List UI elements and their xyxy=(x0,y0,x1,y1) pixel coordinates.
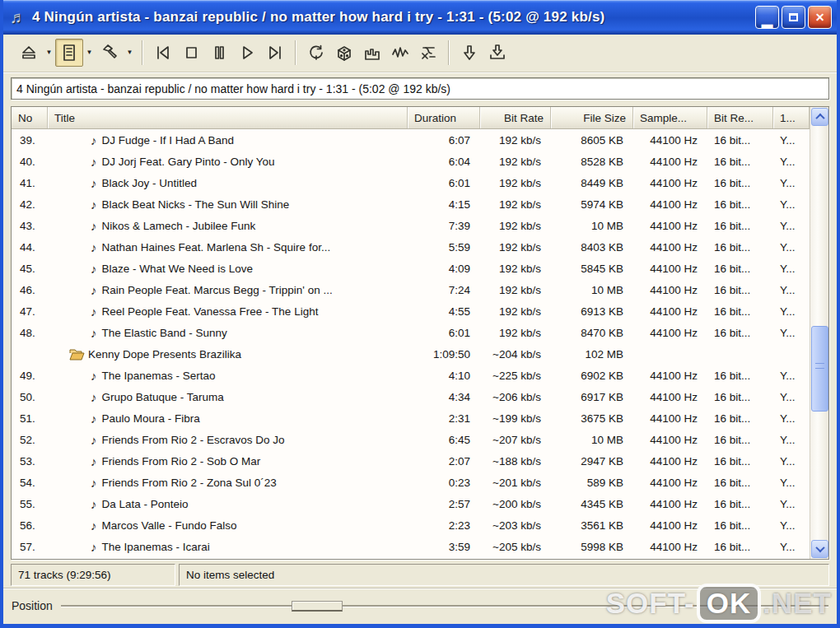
cell-title: ♪Black Beat Nicks - The Sun Will Shine xyxy=(48,198,408,212)
playlist-header: NoTitleDurationBit RateFile SizeSample..… xyxy=(12,107,810,129)
cell-number: 51. xyxy=(12,412,48,425)
playlist-track-row[interactable]: 57.♪The Ipanemas - Icarai3:59~205 kb/s59… xyxy=(12,536,810,557)
playlist-table: NoTitleDurationBit RateFile SizeSample..… xyxy=(11,106,829,560)
cell-filesize: 5845 KB xyxy=(551,263,633,275)
next-track-button[interactable] xyxy=(261,39,289,67)
cell-number: 54. xyxy=(12,477,48,489)
close-button[interactable]: ✕ xyxy=(808,6,832,29)
cell-bitdepth: 16 bit... xyxy=(707,220,773,232)
cell-filesize: 3675 KB xyxy=(551,412,633,425)
scroll-down-button[interactable] xyxy=(811,540,828,558)
playlist-track-row[interactable]: 43.♪Nikos & Lamech - Jubilee Funk7:39192… xyxy=(12,215,810,236)
music-note-icon: ♪ xyxy=(91,219,97,233)
cell-filesize: 5974 KB xyxy=(551,198,633,211)
tools-button[interactable] xyxy=(96,39,124,67)
cell-number: 57. xyxy=(12,541,48,553)
chevron-down-icon: ▼ xyxy=(46,49,53,56)
column-header-file-size[interactable]: File Size xyxy=(551,107,633,128)
playlist-track-row[interactable]: 55.♪Da Lata - Ponteio2:57~200 kb/s4345 K… xyxy=(12,493,810,514)
cell-number: 50. xyxy=(12,391,48,403)
cell-filesize: 8403 KB xyxy=(551,241,633,254)
now-playing-field[interactable] xyxy=(11,77,829,100)
track-title-text: Paulo Moura - Fibra xyxy=(102,412,200,425)
playlist-track-row[interactable]: 45.♪Blaze - What We Need is Love4:09192 … xyxy=(12,258,810,279)
playlist-track-row[interactable]: 39.♪DJ Fudge - If I Had A Band6:07192 kb… xyxy=(12,129,810,151)
save-arrow-icon xyxy=(488,43,507,63)
playlist-track-row[interactable]: 51.♪Paulo Moura - Fibra2:31~199 kb/s3675… xyxy=(12,407,810,429)
pause-button[interactable] xyxy=(205,39,233,67)
tools-dropdown[interactable]: ▼ xyxy=(124,39,136,67)
cell-duration: 2:31 xyxy=(408,412,480,425)
column-header-1-[interactable]: 1... xyxy=(773,107,810,128)
column-header-bit-re-[interactable]: Bit Re... xyxy=(707,107,773,128)
minimize-icon: ▬ xyxy=(762,22,773,26)
cell-extra: Y... xyxy=(773,263,810,275)
position-slider[interactable] xyxy=(61,599,828,612)
slider-thumb[interactable] xyxy=(292,601,343,612)
cell-duration: 3:59 xyxy=(408,541,480,553)
cell-samplerate: 44100 Hz xyxy=(633,198,707,211)
music-note-icon: ♪ xyxy=(91,326,97,340)
column-header-title[interactable]: Title xyxy=(48,107,408,128)
cell-bitdepth: 16 bit... xyxy=(707,541,773,553)
playlist-track-row[interactable]: 54.♪Friends From Rio 2 - Zona Sul 0´230:… xyxy=(12,472,810,493)
stop-button[interactable] xyxy=(177,39,205,67)
cell-title: ♪Friends From Rio 2 - Zona Sul 0´23 xyxy=(48,476,408,490)
save-button[interactable] xyxy=(483,39,511,67)
shuffle-dice-button[interactable] xyxy=(330,39,358,67)
folder-icon xyxy=(69,348,85,361)
playlist-track-row[interactable]: 48.♪The Elastic Band - Sunny6:01192 kb/s… xyxy=(12,322,810,343)
column-header-no[interactable]: No xyxy=(12,107,48,128)
spectrum-icon xyxy=(362,43,382,63)
cell-extra: Y... xyxy=(773,305,810,318)
minimize-button[interactable]: ▬ xyxy=(755,6,779,29)
vertical-scrollbar[interactable] xyxy=(810,107,828,559)
column-header-duration[interactable]: Duration xyxy=(408,107,480,128)
playlist-track-row[interactable]: 46.♪Rain People Feat. Marcus Begg - Trip… xyxy=(12,279,810,300)
playlist-track-row[interactable]: 53.♪Friends From Rio 2 - Sob O Mar2:07~1… xyxy=(12,450,810,472)
title-bar[interactable]: ♬ 4 Ningún artista - banzai republic / n… xyxy=(3,0,837,35)
cell-title: ♪Nathan Haines Feat. Marlena Sh - Squire… xyxy=(48,240,408,254)
playlist-view-button[interactable] xyxy=(55,39,83,67)
playlist-track-row[interactable]: 44.♪Nathan Haines Feat. Marlena Sh - Squ… xyxy=(12,236,810,258)
cell-bitrate: 192 kb/s xyxy=(480,177,551,189)
playlist-track-row[interactable]: 50.♪Grupo Batuque - Taruma4:34~206 kb/s6… xyxy=(12,386,810,407)
eject-button[interactable] xyxy=(15,39,43,67)
cut-button[interactable] xyxy=(414,39,442,67)
playlist-track-row[interactable]: 47.♪Reel People Feat. Vanessa Free - The… xyxy=(12,300,810,322)
cell-extra: Y... xyxy=(773,220,810,232)
playlist-track-row[interactable]: 41.♪Black Joy - Untitled6:01192 kb/s8449… xyxy=(12,172,810,193)
scroll-up-button[interactable] xyxy=(811,108,828,126)
playlist-track-row[interactable]: 42.♪Black Beat Nicks - The Sun Will Shin… xyxy=(12,193,810,215)
playlist-folder-row[interactable]: Kenny Dope Presents Brazilika1:09:50~204… xyxy=(12,343,810,365)
maximize-button[interactable] xyxy=(782,6,805,29)
column-header-bit-rate[interactable]: Bit Rate xyxy=(480,107,551,128)
music-note-icon: ♪ xyxy=(91,133,97,147)
spectrum-button[interactable] xyxy=(358,39,386,67)
slider-track[interactable] xyxy=(61,605,828,607)
repeat-button[interactable] xyxy=(302,39,330,67)
column-header-sample-[interactable]: Sample... xyxy=(633,107,707,128)
playlist-track-row[interactable]: 40.♪DJ Jorj Feat. Gary Pinto - Only You6… xyxy=(12,151,810,172)
eject-dropdown[interactable]: ▼ xyxy=(43,39,55,67)
playlist-track-row[interactable]: 49.♪The Ipanemas - Sertao4:10~225 kb/s69… xyxy=(12,365,810,386)
previous-track-button[interactable] xyxy=(149,39,177,67)
playlist-track-row[interactable]: 52.♪Friends From Rio 2 - Escravos Do Jo6… xyxy=(12,429,810,450)
cut-icon xyxy=(418,43,438,63)
music-note-icon: ♪ xyxy=(91,433,97,447)
cell-bitrate: ~200 kb/s xyxy=(480,498,551,510)
track-title-text: Marcos Valle - Fundo Falso xyxy=(102,519,237,532)
down-arrow-icon xyxy=(460,43,479,63)
cell-samplerate: 44100 Hz xyxy=(633,434,707,446)
download-button[interactable] xyxy=(455,39,483,67)
cell-bitrate: ~204 kb/s xyxy=(480,348,551,361)
playlist-track-row[interactable]: 56.♪Marcos Valle - Fundo Falso2:23~203 k… xyxy=(12,514,810,536)
waveform-button[interactable] xyxy=(386,39,414,67)
cell-extra: Y... xyxy=(773,541,810,553)
playlist-dropdown[interactable]: ▼ xyxy=(83,39,96,67)
cell-title: ♪DJ Fudge - If I Had A Band xyxy=(48,133,408,147)
play-button[interactable] xyxy=(233,39,261,67)
cell-title: Kenny Dope Presents Brazilika xyxy=(48,348,408,361)
cell-bitrate: ~206 kb/s xyxy=(480,391,551,403)
scrollbar-thumb[interactable] xyxy=(811,326,828,412)
